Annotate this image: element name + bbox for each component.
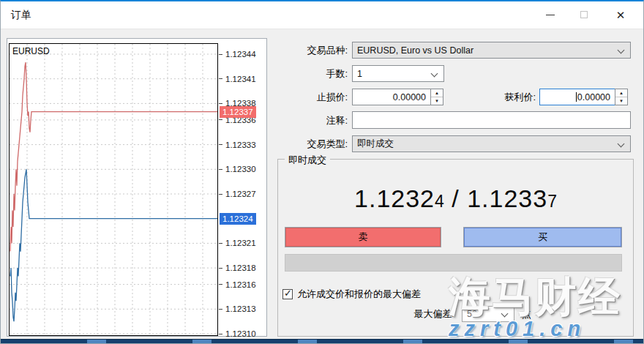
stoploss-value: 0.00000 <box>393 92 426 102</box>
price-scale-label: 1.12313 <box>225 304 256 314</box>
comment-label: 注释: <box>274 112 348 129</box>
close-button[interactable]: ✕ <box>604 1 637 28</box>
price-scale-label: 1.12310 <box>225 329 256 339</box>
price-scale-tick <box>219 334 222 334</box>
price-scale-tick <box>219 309 222 310</box>
sell-button[interactable]: 卖 <box>285 228 441 247</box>
takeprofit-input[interactable]: 0.00000 <box>539 89 615 105</box>
volume-select[interactable]: 1 <box>352 65 444 82</box>
price-scale-tick <box>219 169 222 170</box>
groupbox-legend: 即时成交 <box>285 154 330 167</box>
stoploss-label: 止损价: <box>274 89 348 105</box>
minimize-button[interactable] <box>533 1 567 28</box>
text-caret <box>576 92 577 102</box>
stepper-down-icon[interactable]: ▼ <box>431 97 443 105</box>
price-scale-tick <box>219 268 222 269</box>
trade-type-select[interactable]: 即时成交 <box>352 135 631 152</box>
ask-price: 1.1233 <box>467 184 547 212</box>
order-dialog-window: 订单 ✕ EURUSD 1.123441.123411.123381.12336… <box>0 0 644 344</box>
chevron-down-icon <box>431 70 438 78</box>
stoploss-input[interactable]: 0.00000 <box>352 89 431 105</box>
price-scale-tick <box>219 54 222 55</box>
volume-select-value: 1 <box>357 69 362 79</box>
symbol-select[interactable]: EURUSD, Euro vs US Dollar <box>352 42 631 59</box>
sell-button-label: 卖 <box>359 231 368 244</box>
tick-chart-panel: EURUSD 1.123441.123411.123381.123361.123… <box>7 38 267 337</box>
price-scale: 1.123441.123411.123381.123361.123331.123… <box>219 39 267 337</box>
minimize-icon <box>546 15 555 15</box>
max-deviation-checkbox-row[interactable]: ✓ 允许成交价和报价的最大偏差 <box>282 288 421 301</box>
quote-separator: / <box>444 184 467 212</box>
trade-type-label: 交易类型: <box>274 135 348 152</box>
price-scale-tick <box>219 103 222 104</box>
chart-symbol-label: EURUSD <box>12 46 50 56</box>
takeprofit-stepper[interactable]: ▲ ▼ <box>615 89 628 105</box>
tick-chart-plot-area: EURUSD <box>9 43 218 336</box>
stepper-up-icon[interactable]: ▲ <box>615 89 627 97</box>
window-title: 订单 <box>11 9 31 22</box>
price-scale-label: 1.12333 <box>225 140 256 150</box>
max-deviation-checkbox-label: 允许成交价和报价的最大偏差 <box>297 288 421 301</box>
bid-price-last-digit: 4 <box>435 192 444 211</box>
chevron-down-icon <box>618 47 625 54</box>
price-scale-tick <box>219 144 222 145</box>
title-bar: 订单 ✕ <box>1 1 643 29</box>
price-scale-label: 1.12316 <box>225 280 256 290</box>
bid-price: 1.1232 <box>354 184 435 212</box>
stepper-down-icon[interactable]: ▼ <box>615 97 627 105</box>
takeprofit-label: 获利价: <box>463 89 536 105</box>
bid-ask-quote: 1.12324 / 1.12337 <box>277 184 634 213</box>
price-scale-tick <box>219 194 222 195</box>
checkbox-checked-icon[interactable]: ✓ <box>282 289 293 299</box>
bid-price-marker: 1.12324 <box>220 213 256 225</box>
comment-input[interactable] <box>352 111 631 129</box>
price-scale-label: 1.12318 <box>225 263 256 273</box>
ask-price-marker: 1.12337 <box>220 106 256 118</box>
maximize-icon <box>580 11 588 18</box>
price-scale-label: 1.12327 <box>225 189 256 199</box>
price-scale-tick <box>219 284 222 285</box>
price-scale-tick <box>219 243 222 244</box>
buy-button-label: 买 <box>538 231 547 244</box>
stoploss-stepper[interactable]: ▲ ▼ <box>430 89 443 105</box>
watermark-bottom-border <box>1 339 643 343</box>
watermark-url: zzrt01.cn <box>449 317 585 341</box>
chevron-down-icon <box>618 141 625 148</box>
price-scale-label: 1.12330 <box>225 164 256 174</box>
price-scale-label: 1.12341 <box>225 74 256 84</box>
buy-button[interactable]: 买 <box>464 228 621 247</box>
max-deviation-label: 最大偏差: <box>315 305 454 322</box>
tick-chart <box>10 44 217 335</box>
price-scale-tick <box>219 78 222 79</box>
volume-label: 手数: <box>274 65 348 82</box>
price-scale-tick <box>219 119 222 120</box>
maximize-button[interactable] <box>567 1 601 28</box>
price-scale-label: 1.12344 <box>225 49 256 59</box>
trade-type-value: 即时成交 <box>357 138 394 150</box>
close-icon: ✕ <box>616 10 626 20</box>
symbol-select-value: EURUSD, Euro vs US Dollar <box>357 45 473 56</box>
stepper-up-icon[interactable]: ▲ <box>431 89 443 97</box>
price-scale-label: 1.12321 <box>225 238 256 248</box>
takeprofit-value: 0.00000 <box>577 92 610 102</box>
symbol-label: 交易品种: <box>274 42 348 59</box>
ask-price-last-digit: 7 <box>547 192 557 211</box>
